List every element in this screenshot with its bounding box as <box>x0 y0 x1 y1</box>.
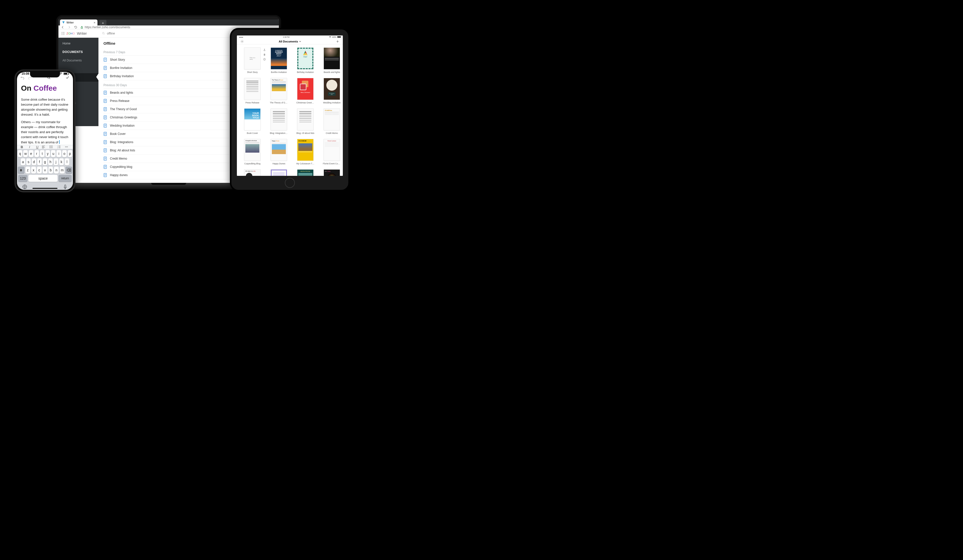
key-q[interactable]: q <box>18 150 22 157</box>
key-y[interactable]: y <box>45 150 50 157</box>
mic-icon[interactable] <box>63 185 68 189</box>
document-caption: Short Story <box>247 71 258 73</box>
browser-tab[interactable]: Writer × <box>60 19 97 26</box>
key-e[interactable]: e <box>29 150 33 157</box>
document-caption: Book Cover <box>247 132 258 134</box>
key-b[interactable]: b <box>49 167 53 173</box>
numbered-list-button[interactable]: 123 <box>57 146 64 148</box>
document-card[interactable]: This is astoryShort Story <box>243 47 261 73</box>
undo-icon[interactable] <box>21 75 24 79</box>
key-return[interactable]: return <box>58 175 72 182</box>
document-card[interactable]: COLOSSEUMMy Colosseum Trip <box>296 139 315 165</box>
document-card[interactable]: Beards and lights <box>323 47 341 73</box>
key-o[interactable]: o <box>62 150 67 157</box>
document-card[interactable]: Merry Christmas!Christmas Greetin... <box>296 78 315 104</box>
text-caret <box>59 140 60 144</box>
more-formatting-button[interactable] <box>65 146 71 148</box>
sidebar-item-home[interactable]: Home <box>58 39 99 48</box>
key-z[interactable]: z <box>26 167 30 173</box>
key-i[interactable]: i <box>57 150 61 157</box>
document-card[interactable]: Blog: Integrations... <box>270 108 288 134</box>
document-caption: Happy Dunes <box>272 162 285 165</box>
align-left-button[interactable] <box>42 146 48 148</box>
svg-rect-0 <box>81 27 83 29</box>
back-icon[interactable] <box>61 26 65 29</box>
document-thumbnail: All it takes is a smile <box>244 169 261 176</box>
italic-button[interactable]: I <box>26 145 33 149</box>
tablet-document-grid: This is astoryShort StorySILBERDIRKSUMME… <box>237 44 343 176</box>
document-caption: Christmas Greetin... <box>296 101 315 104</box>
key-h[interactable]: h <box>48 159 53 165</box>
document-card[interactable]: Happy DunesHappy Dunes <box>270 139 288 165</box>
key-g[interactable]: g <box>43 159 47 165</box>
document-card[interactable]: MACHU PICCHUMachu Picchu <box>296 169 315 176</box>
document-card[interactable]: All it takes is a smileAll it takes is a… <box>243 169 261 176</box>
document-card[interactable]: ZYLKER Inc.Credit Memo <box>323 108 341 134</box>
svg-rect-72 <box>65 185 66 187</box>
key-w[interactable]: w <box>23 150 28 157</box>
browser-tab-strip: Writer × + <box>58 19 279 26</box>
document-card[interactable]: The Theory of GoodThe Theory of Good <box>270 78 288 104</box>
key-f[interactable]: f <box>37 159 42 165</box>
document-card[interactable]: Florist ContractFlorist Event Contr... <box>323 139 341 165</box>
document-card[interactable]: Untitled <box>270 169 288 176</box>
key-s[interactable]: s <box>26 159 31 165</box>
trash-icon[interactable] <box>263 53 266 56</box>
document-card[interactable]: YOURBOOKTITLEBook Cover <box>243 108 261 134</box>
key-t[interactable]: t <box>40 150 44 157</box>
svg-point-62 <box>49 146 50 146</box>
key-p[interactable]: p <box>68 150 72 157</box>
home-indicator[interactable] <box>32 188 57 189</box>
info-icon[interactable] <box>263 58 266 61</box>
search-field[interactable] <box>102 32 167 35</box>
document-caption: My Colosseum Trip <box>296 162 315 165</box>
document-editor[interactable]: On Coffee Some drink coffee because it's… <box>17 79 73 145</box>
share-icon[interactable] <box>263 49 266 51</box>
tablet-home-button[interactable] <box>285 178 295 188</box>
bold-button[interactable]: B <box>18 145 25 149</box>
key-m[interactable]: m <box>60 167 65 173</box>
key-backspace[interactable] <box>65 167 72 173</box>
new-tab-button[interactable]: + <box>99 20 107 26</box>
forward-icon[interactable] <box>68 26 71 29</box>
document-card[interactable]: 24 January2017Wedding Invitation <box>323 78 341 104</box>
key-a[interactable]: a <box>21 159 25 165</box>
underline-button[interactable]: U <box>34 145 41 149</box>
bullet-list-button[interactable] <box>49 146 56 148</box>
tablet-status-bar: ●●●● 2:30 PM ✱100% <box>237 36 343 39</box>
globe-icon[interactable] <box>22 185 27 189</box>
document-card[interactable]: On CoffeeOn Coffee <box>323 169 341 176</box>
key-n[interactable]: n <box>54 167 59 173</box>
document-thumbnail <box>244 78 261 100</box>
key-d[interactable]: d <box>32 159 36 165</box>
key-x[interactable]: x <box>31 167 36 173</box>
close-tab-icon[interactable]: × <box>94 21 96 24</box>
key-space[interactable]: space <box>29 175 57 182</box>
tablet-title[interactable]: All Documents <box>279 40 301 43</box>
document-card[interactable]: One!Birthday Invitation <box>296 47 315 73</box>
key-k[interactable]: k <box>59 159 64 165</box>
svg-text:3: 3 <box>57 147 58 148</box>
key-r[interactable]: r <box>34 150 39 157</box>
key-j[interactable]: j <box>54 159 58 165</box>
key-c[interactable]: c <box>37 167 42 173</box>
key-u[interactable]: u <box>51 150 55 157</box>
checkmark-icon[interactable] <box>65 75 70 79</box>
gear-icon[interactable] <box>240 40 244 43</box>
document-card[interactable]: SILBERDIRKSUMMERNIGHT2017Bonfire Invitat… <box>270 47 288 73</box>
search-input[interactable] <box>107 32 167 35</box>
apps-grid-icon[interactable] <box>62 32 65 35</box>
reload-icon[interactable] <box>74 26 78 29</box>
key-v[interactable]: v <box>43 167 47 173</box>
sidebar-item-all-documents[interactable]: All Documents <box>58 56 99 65</box>
svg-point-64 <box>49 147 50 148</box>
document-card[interactable]: Press Release <box>243 78 261 104</box>
document-card[interactable]: A thought for the futureCopyediting Blog <box>243 139 261 165</box>
key-123[interactable]: 123 <box>18 175 28 182</box>
key-l[interactable]: l <box>65 159 69 165</box>
document-thumbnail: YOURBOOKTITLE <box>244 108 261 130</box>
plus-icon[interactable] <box>336 40 339 43</box>
key-shift[interactable] <box>18 167 24 173</box>
url-display[interactable]: https://writer.zoho.com/documents <box>81 26 130 29</box>
document-card[interactable]: Blog: All about lists <box>296 108 315 134</box>
